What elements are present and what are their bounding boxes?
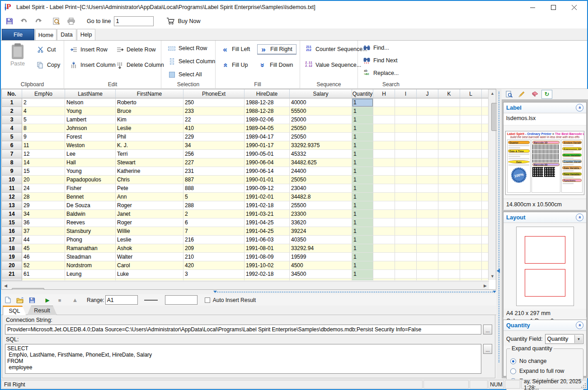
panel-splitter-horizontal[interactable]: [1, 290, 496, 294]
grid-cell[interactable]: 4: [22, 107, 65, 116]
grid-cell[interactable]: Katherine: [116, 167, 183, 176]
grid-cell[interactable]: Young: [65, 167, 116, 176]
grid-cell[interactable]: 288: [183, 201, 245, 210]
row-number[interactable]: 14: [2, 210, 22, 218]
fill-left-button[interactable]: « Fill Left: [221, 46, 250, 53]
grid-cell[interactable]: [438, 167, 460, 176]
row-number[interactable]: 2: [2, 107, 22, 116]
grid-cell[interactable]: [373, 253, 395, 261]
grid-cell[interactable]: 25050: [290, 124, 352, 133]
grid-cell[interactable]: [438, 184, 460, 193]
grid-cell[interactable]: [373, 107, 395, 116]
grid-cell[interactable]: 1990-01-17: [245, 141, 290, 150]
value-sequence-button[interactable]: 2.112.12 Value Sequence...: [305, 61, 361, 69]
grid-cell[interactable]: 52: [22, 261, 65, 270]
grid-cell[interactable]: Leslie: [116, 124, 183, 133]
grid-cell[interactable]: 6: [183, 218, 245, 227]
grid-cell[interactable]: Forest: [65, 133, 116, 141]
grid-cell[interactable]: 34482.625: [290, 158, 352, 167]
grid-cell[interactable]: 29: [22, 201, 65, 210]
insert-row-button[interactable]: Insert Row: [70, 46, 108, 53]
insert-column-button[interactable]: Insert Column: [70, 61, 116, 69]
tab-sql[interactable]: SQL: [3, 306, 26, 315]
grid-column-header[interactable]: L: [460, 89, 482, 98]
grid-cell[interactable]: K. J.: [116, 141, 183, 150]
grid-cell[interactable]: [395, 158, 417, 167]
grid-cell[interactable]: [417, 193, 438, 201]
row-number[interactable]: 12: [2, 193, 22, 201]
grid-cell[interactable]: 5: [183, 193, 245, 201]
grid-cell[interactable]: Reeves: [65, 218, 116, 227]
grid-cell[interactable]: 7: [183, 227, 245, 236]
row-number[interactable]: 10: [2, 176, 22, 184]
row-number[interactable]: 20: [2, 261, 22, 270]
grid-cell[interactable]: Walter: [116, 253, 183, 261]
open-query-icon[interactable]: [14, 295, 25, 305]
auto-insert-checkbox[interactable]: [205, 297, 210, 303]
grid-cell[interactable]: Pete: [116, 184, 183, 193]
scroll-left-icon[interactable]: ◀: [2, 282, 9, 289]
row-number[interactable]: 9: [2, 167, 22, 176]
grid-cell[interactable]: Fisher: [65, 184, 116, 193]
minimize-button[interactable]: [522, 1, 543, 14]
refresh-icon[interactable]: ↻: [541, 90, 552, 99]
grid-cell[interactable]: [417, 253, 438, 261]
grid-cell[interactable]: [417, 236, 438, 244]
grid-cell[interactable]: [460, 158, 482, 167]
connection-string-input[interactable]: [5, 325, 481, 334]
grid-cell[interactable]: Terri: [116, 150, 183, 158]
grid-cell[interactable]: [460, 201, 482, 210]
grid-cell[interactable]: 229: [183, 133, 245, 141]
grid-cell[interactable]: Leung: [65, 270, 116, 279]
grid-cell[interactable]: 1: [352, 244, 373, 253]
grid-cell[interactable]: [417, 184, 438, 193]
grid-cell[interactable]: Chris: [116, 176, 183, 184]
grid-cell[interactable]: 34482.8: [290, 193, 352, 201]
grid-cell[interactable]: 1990-05-01: [245, 150, 290, 158]
grid-cell[interactable]: 25050: [290, 176, 352, 184]
grid-cell[interactable]: 14: [22, 158, 65, 167]
grid-cell[interactable]: 1: [352, 184, 373, 193]
grid-cell[interactable]: [438, 98, 460, 107]
maximize-button[interactable]: [543, 1, 564, 14]
row-number[interactable]: 16: [2, 227, 22, 236]
grid-cell[interactable]: 46: [22, 253, 65, 261]
grid-cell[interactable]: [417, 201, 438, 210]
grid-cell[interactable]: [438, 261, 460, 270]
grid-cell[interactable]: 3: [183, 270, 245, 279]
grid-column-header[interactable]: K: [438, 89, 460, 98]
grid-cell[interactable]: 1: [352, 210, 373, 218]
grid-cell[interactable]: 1991-02-01: [245, 193, 290, 201]
grid-cell[interactable]: [438, 227, 460, 236]
grid-cell[interactable]: 1: [352, 158, 373, 167]
grid-column-header[interactable]: Quantity: [352, 89, 373, 98]
scroll-right-icon[interactable]: ▶: [481, 282, 489, 289]
grid-cell[interactable]: 256: [183, 150, 245, 158]
grid-cell[interactable]: Janet: [116, 210, 183, 218]
grid-cell[interactable]: 25500: [290, 201, 352, 210]
grid-cell[interactable]: [417, 98, 438, 107]
grid-cell[interactable]: [438, 270, 460, 279]
grid-cell[interactable]: [373, 167, 395, 176]
replace-button[interactable]: ab↪ac Replace...: [362, 70, 399, 77]
grid-cell[interactable]: Stansbury: [65, 227, 116, 236]
grid-cell[interactable]: [373, 184, 395, 193]
grid-cell[interactable]: 1: [352, 176, 373, 184]
delete-column-button[interactable]: Delete Column: [116, 61, 164, 69]
grid-cell[interactable]: [417, 244, 438, 253]
grid-cell[interactable]: 24: [22, 184, 65, 193]
grid-cell[interactable]: [417, 116, 438, 124]
grid-cell[interactable]: [395, 116, 417, 124]
grid-cell[interactable]: [373, 261, 395, 270]
tab-data[interactable]: Data: [57, 29, 76, 41]
grid-cell[interactable]: [373, 236, 395, 244]
grid-cell[interactable]: Roger: [116, 201, 183, 210]
grid-cell[interactable]: [460, 150, 482, 158]
grid-cell[interactable]: 1990-06-04: [245, 158, 290, 167]
dropdown-arrow-icon[interactable]: ▼: [574, 335, 583, 343]
grid-cell[interactable]: 1: [352, 236, 373, 244]
radio-icon[interactable]: [510, 358, 516, 364]
grid-cell[interactable]: 1991-03-21: [245, 210, 290, 218]
grid-cell[interactable]: Roger: [116, 218, 183, 227]
collapse-label-icon[interactable]: »: [576, 104, 583, 111]
